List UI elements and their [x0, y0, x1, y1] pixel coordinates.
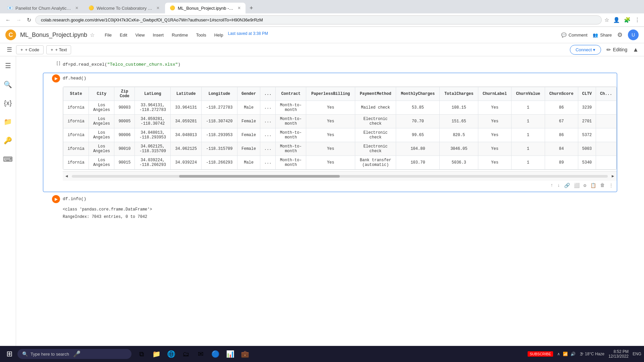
cell-churnlabel-2: Yes	[478, 128, 511, 142]
add-text-button[interactable]: + + Text	[46, 45, 71, 54]
link-icon[interactable]: 🔗	[564, 182, 571, 189]
share-button[interactable]: 👥 Share	[593, 33, 612, 38]
expand-icon[interactable]: ⬜	[573, 182, 580, 189]
run-button-info[interactable]: ▶	[52, 195, 60, 203]
cell-content-info[interactable]: df.info()	[63, 195, 617, 203]
menu-view[interactable]: View	[132, 31, 148, 39]
add-code-button[interactable]: + + Code	[16, 45, 44, 54]
search-magnifier-icon: 🔍	[22, 351, 28, 357]
volume-icon[interactable]: 🔊	[571, 352, 576, 356]
profile-icon[interactable]: 👤	[613, 17, 620, 23]
cell-dots-3: ...	[260, 142, 275, 156]
cell-content-1[interactable]: df=pd.read_excel("Telco_customer_churn.x…	[63, 61, 617, 68]
cell-zip-4: 90015	[114, 156, 135, 170]
tab-favicon-ml: 🟡	[170, 5, 175, 11]
connect-button[interactable]: Connect ▾	[570, 45, 601, 55]
cell-latlng-0: 33.964131,-118.272783	[135, 101, 171, 115]
search-bar[interactable]: 🔍 Type here to search 🎤	[17, 349, 131, 359]
reload-button[interactable]: ↻	[25, 15, 33, 24]
task-view-icon[interactable]: ⧉	[136, 348, 148, 360]
file-explorer-icon[interactable]: 📁	[150, 348, 162, 360]
sidebar-icon-key[interactable]: 🔑	[1, 134, 15, 147]
subscribe-badge: SUBSCRIBE	[528, 351, 553, 357]
cell-monthly-4: 103.70	[396, 156, 440, 170]
more-icon[interactable]: ⋮	[608, 182, 614, 189]
cell-lat-0: 33.964131	[171, 101, 202, 115]
tab-close-ml[interactable]: ✕	[237, 6, 241, 10]
extensions-icon[interactable]: 🧩	[624, 17, 631, 23]
info-line2: RangeIndex: 7043 entries, 0 to 7042	[63, 213, 617, 221]
edge-icon[interactable]: 🌐	[165, 348, 177, 360]
colab-header: C ML_Bonus_Project.ipynb ☆ File Edit Vie…	[0, 27, 644, 43]
col-gender: Gender	[237, 87, 260, 101]
cell-zip-1: 90005	[114, 115, 135, 128]
sidebar-icon-search[interactable]: 🔍	[1, 78, 15, 91]
bookmark-icon[interactable]: ☆	[604, 17, 609, 23]
sidebar-icon-terminal[interactable]: ⌨	[0, 153, 15, 166]
scroll-right-arrow[interactable]: ▶	[609, 172, 617, 180]
col-chmore: Ch...	[596, 87, 616, 101]
menu-icon[interactable]: ⋮	[635, 17, 640, 23]
menu-help[interactable]: Help	[211, 31, 227, 39]
delete-icon[interactable]: 🗑	[599, 182, 605, 189]
copy-icon[interactable]: 📋	[590, 182, 597, 189]
run-button-head[interactable]: ▶	[52, 74, 60, 82]
tab-favicon-panelist: 📧	[7, 5, 13, 11]
powerpoint-icon[interactable]: 📊	[224, 348, 236, 360]
teams-icon[interactable]: 💼	[239, 348, 251, 360]
settings-cell-icon[interactable]: ⚙	[583, 182, 587, 189]
cell-lng-3: -118.315709	[201, 142, 237, 156]
sidebar-toggle[interactable]: ☰	[5, 45, 13, 55]
star-icon[interactable]: ☆	[90, 32, 95, 38]
cell-total-2: 820.5	[440, 128, 478, 142]
new-tab-button[interactable]: +	[246, 3, 257, 13]
sidebar-icon-menu[interactable]: ☰	[2, 59, 14, 72]
explorer-icon[interactable]: 🗂	[180, 348, 192, 360]
menu-file[interactable]: File	[101, 31, 115, 39]
menu-edit[interactable]: Edit	[116, 31, 130, 39]
forward-button[interactable]: →	[15, 16, 23, 24]
cell-city-2: LosAngeles	[89, 128, 114, 142]
tab-colab-welcome[interactable]: 🟡 Welcome To Colaboratory - Cola... ✕	[84, 3, 164, 13]
comment-button[interactable]: 💬 Comment	[561, 33, 587, 38]
browser-chrome: 📧 Panelist for Churn Analytics in T... ✕…	[0, 0, 644, 27]
cell-latlng-4: 34.039224,-118.266293	[135, 156, 171, 170]
mail-icon[interactable]: ✉	[195, 348, 207, 360]
scrollbar-track[interactable]	[72, 175, 608, 178]
col-monthly: MonthlyCharges	[396, 87, 440, 101]
sidebar-icon-files[interactable]: 📁	[1, 115, 15, 128]
collapse-button[interactable]: ▲	[633, 46, 639, 53]
menu-tools[interactable]: Tools	[193, 31, 209, 39]
menu-runtime[interactable]: Runtime	[168, 31, 191, 39]
address-bar-row: ← → ↻ ☆ 👤 🧩 ⋮	[0, 13, 644, 27]
settings-icon[interactable]: ⚙	[617, 31, 623, 39]
code-plus-icon: +	[20, 47, 23, 52]
colab-title: ML_Bonus_Project.ipynb ☆	[20, 32, 95, 39]
sidebar-icon-variables[interactable]: {x}	[1, 97, 14, 110]
tab-favicon-welcome: 🟡	[89, 5, 94, 11]
move-down-icon[interactable]: ↓	[556, 182, 560, 189]
tray-up-icon[interactable]: ∧	[557, 352, 560, 356]
user-avatar[interactable]: U	[628, 29, 639, 40]
tab-panelist[interactable]: 📧 Panelist for Churn Analytics in T... ✕	[3, 3, 83, 13]
tab-close-panelist[interactable]: ✕	[75, 6, 78, 10]
back-button[interactable]: ←	[4, 16, 12, 24]
start-button[interactable]: ⊞	[3, 347, 16, 361]
cell-contract-0: Month-to-month	[275, 101, 306, 115]
tab-ml-project[interactable]: 🟡 ML_Bonus_Project.ipynb - Cola... ✕	[165, 3, 246, 13]
scroll-left-arrow[interactable]: ◀	[63, 172, 70, 180]
cell-chmore-4	[596, 156, 616, 170]
cell-content-head[interactable]: df.head()	[63, 74, 617, 82]
main-layout: ☰ 🔍 {x} 📁 🔑 ⌨ [ ] df=pd.read_excel("Telc…	[0, 56, 644, 362]
windows-icon: ⊞	[6, 350, 12, 358]
tab-close-welcome[interactable]: ✕	[156, 6, 160, 10]
cell-lat-4: 34.039224	[171, 156, 202, 170]
taskbar-icons: ⧉ 📁 🌐 🗂 ✉ 🔵 📊 💼	[136, 348, 251, 360]
system-clock[interactable]: 8:52 PM 12/13/2022	[608, 349, 629, 359]
address-bar[interactable]	[35, 15, 602, 24]
chrome-icon[interactable]: 🔵	[209, 348, 221, 360]
col-city: City	[89, 87, 114, 101]
move-up-icon[interactable]: ↑	[550, 182, 554, 189]
network-icon[interactable]: 📶	[563, 352, 568, 356]
menu-insert[interactable]: Insert	[149, 31, 167, 39]
